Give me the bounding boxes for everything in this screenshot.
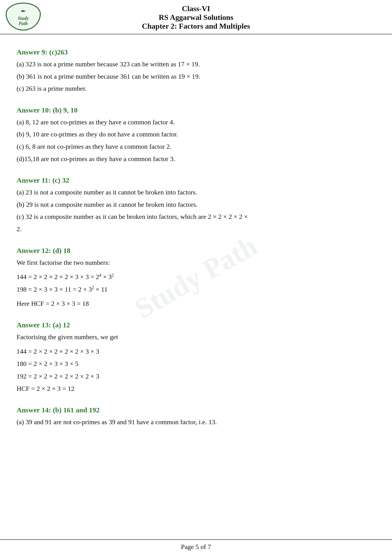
answer11-block: Answer 11: (c) 32 (a) 23 is not a compos… [17, 176, 375, 235]
page-number: Page 5 of 7 [181, 543, 211, 550]
answer10-line0: (a) 8, 12 are not co-primes as they have… [17, 117, 375, 128]
answer11-option: (c) 32 [52, 176, 69, 184]
answer13-block: Answer 13: (a) 12 Factorising the given … [17, 321, 375, 395]
pen-icon: ✒ [21, 7, 26, 15]
answer13-heading: Answer 13: (a) 12 [17, 321, 375, 329]
header: ✒ Study Path Class-VI RS Aggarwal Soluti… [0, 0, 392, 34]
answer10-heading: Answer 10: (b) 9, 10 [17, 106, 375, 114]
answer12-option: (d) 18 [53, 247, 70, 254]
answer9-line1: (b) 361 is not a prime number because 36… [17, 71, 375, 82]
answer9-heading: Answer 9: (c)263 [17, 48, 375, 56]
answer12-math1: 198 = 2 × 3 × 3 × 11 = 2 × 32 × 11 [17, 284, 375, 295]
answer13-math3: HCF = 2 × 2 × 3 = 12 [17, 383, 375, 395]
answer9-line2: (c) 263 is a prime number. [17, 83, 375, 94]
answer14-line0: (a) 39 and 91 are not co-primes as 39 an… [17, 416, 375, 428]
answer10-label: Answer 10: [17, 106, 51, 114]
answer13-intro: Factorising the given numbers, we get [17, 331, 375, 343]
page: ✒ Study Path Class-VI RS Aggarwal Soluti… [0, 0, 392, 554]
answer12-math2: Here HCF = 2 × 3 × 3 = 18 [17, 298, 375, 310]
answer12-intro: We first factorise the two numbers: [17, 257, 375, 268]
answer10-option: (b) 9, 10 [53, 106, 77, 114]
answer9-block: Answer 9: (c)263 (a) 323 is not a prime … [17, 48, 375, 94]
answer11-line1: (b) 29 is not a composite number as it c… [17, 199, 375, 210]
answer13-math2: 192 = 2 × 2 × 2 × 2 × 2 × 2 × 3 [17, 370, 375, 382]
header-text-block: Class-VI RS Aggarwal Solutions Chapter 2… [142, 4, 250, 31]
answer11-line0: (a) 23 is not a composite number as it c… [17, 187, 375, 198]
content: Answer 9: (c)263 (a) 323 is not a prime … [0, 34, 392, 539]
answer12-block: Answer 12: (d) 18 We first factorise the… [17, 247, 375, 310]
answer9-line0: (a) 323 is not a prime number because 32… [17, 58, 375, 70]
answer10-line1: (b) 9, 10 are co-primes as they do not h… [17, 129, 375, 140]
solutions-label: RS Aggarwal Solutions [142, 13, 250, 22]
answer11-heading: Answer 11: (c) 32 [17, 176, 375, 184]
answer11-line2: (c) 32 is a composite number as it can b… [17, 211, 375, 222]
chapter-label: Chapter 2: Factors and Multiples [142, 22, 250, 31]
logo-study-text: Study [18, 16, 29, 21]
answer14-option: (b) 161 and 192 [53, 406, 100, 414]
answer10-block: Answer 10: (b) 9, 10 (a) 8, 12 are not c… [17, 106, 375, 164]
answer13-math1: 180 = 2 × 2 × 3 × 3 × 5 [17, 358, 375, 370]
answer12-math0: 144 = 2 × 2 × 2 × 2 × 3 × 3 = 24 × 32 [17, 271, 375, 283]
answer14-label: Answer 14: [17, 406, 51, 414]
footer: Page 5 of 7 [0, 539, 392, 554]
answer11-line3: 2. [17, 223, 375, 235]
class-label: Class-VI [142, 4, 250, 13]
logo: ✒ Study Path [4, 2, 42, 31]
answer12-heading: Answer 12: (d) 18 [17, 247, 375, 255]
answer9-option: (c)263 [49, 48, 68, 56]
answer11-label: Answer 11: [17, 176, 51, 184]
answer14-heading: Answer 14: (b) 161 and 192 [17, 406, 375, 414]
answer9-label: Answer 9: [17, 48, 47, 56]
answer13-label: Answer 13: [17, 321, 51, 329]
answer13-option: (a) 12 [53, 321, 70, 329]
answer10-line2: (c) 6, 8 are not co-primes as they have … [17, 141, 375, 152]
logo-circle: ✒ Study Path [6, 3, 41, 31]
answer14-block: Answer 14: (b) 161 and 192 (a) 39 and 91… [17, 406, 375, 428]
answer13-math0: 144 = 2 × 2 × 2 × 2 × 2 × 3 × 3 [17, 346, 375, 357]
answer10-line3: (d)15,18 are not co-primes as they have … [17, 153, 375, 165]
logo-path-text: Path [19, 21, 28, 26]
answer12-label: Answer 12: [17, 247, 51, 254]
